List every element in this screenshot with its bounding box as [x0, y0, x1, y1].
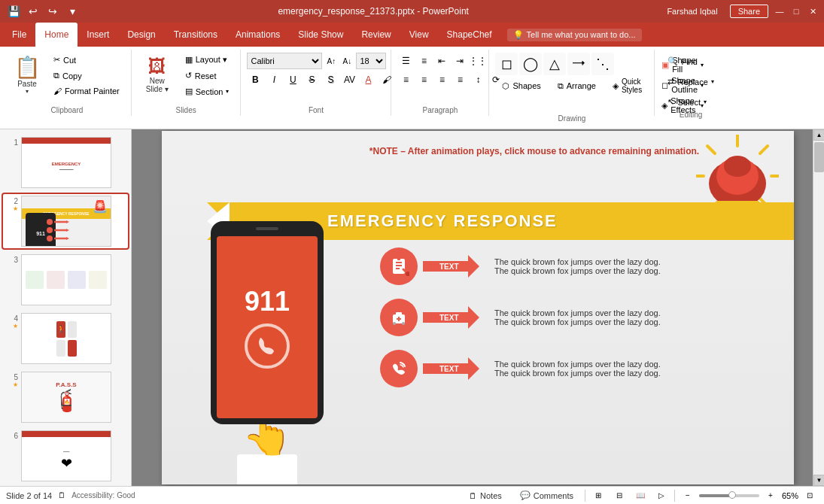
menu-transitions[interactable]: Transitions: [165, 23, 227, 47]
slideshow-button[interactable]: ▷: [653, 489, 670, 502]
section-button[interactable]: ▤ Section ▾: [180, 84, 235, 99]
slide-thumb-5[interactable]: 5 ★ P.A.S.S 🧯: [3, 370, 128, 424]
menu-review[interactable]: Review: [352, 23, 400, 47]
zoom-out-button[interactable]: −: [680, 489, 696, 502]
layout-button[interactable]: ▦ Layout ▾: [180, 53, 235, 67]
undo-icon[interactable]: ↩: [26, 4, 41, 19]
zoom-in-button[interactable]: +: [762, 489, 779, 502]
comments-button[interactable]: 💬 Comments: [513, 490, 580, 501]
shapes-gallery-item-3[interactable]: △: [543, 53, 566, 75]
svg-rect-15: [397, 257, 400, 260]
line-spacing-button[interactable]: ↕: [470, 71, 486, 88]
justify-button[interactable]: ≡: [452, 71, 468, 88]
scroll-thumb[interactable]: [814, 142, 824, 172]
share-button[interactable]: Share: [730, 5, 768, 18]
font-family-select[interactable]: Calibri: [247, 53, 322, 69]
scroll-down-button[interactable]: ▼: [813, 475, 824, 486]
menu-shapechef[interactable]: ShapeChef: [438, 23, 501, 47]
status-right: 🗒 Notes 💬 Comments ⊞ ⊟ 📖 ▷ − + 65% ⊡: [462, 489, 818, 502]
slide-panel: 1 EMERGENCY ━━━━━━━━━ 2 ★ EMERGENCY RESP…: [0, 129, 132, 486]
scroll-up-button[interactable]: ▲: [813, 129, 824, 141]
menu-home[interactable]: Home: [35, 23, 78, 47]
columns-button[interactable]: ⋮⋮: [470, 53, 486, 69]
menu-file[interactable]: File: [3, 23, 35, 47]
slide-background: *NOTE – After animation plays, click mou…: [162, 131, 794, 484]
align-left-button[interactable]: ≡: [397, 71, 414, 88]
paste-button[interactable]: 📋 Paste ▾: [9, 53, 45, 96]
menu-slideshow[interactable]: Slide Show: [289, 23, 352, 47]
svg-rect-12: [396, 262, 402, 263]
minimize-button[interactable]: —: [774, 6, 785, 17]
cut-button[interactable]: ✂ Cut: [48, 53, 125, 67]
slide-thumb-1[interactable]: 1 EMERGENCY ━━━━━━━━━: [3, 135, 128, 190]
format-painter-button[interactable]: 🖌 Format Painter: [48, 84, 125, 98]
maximize-button[interactable]: □: [791, 6, 801, 17]
info-arrow-2: TEXT: [423, 306, 479, 329]
shapes-gallery-item-4[interactable]: ⭢: [567, 53, 590, 75]
reading-view-button[interactable]: 📖: [632, 489, 649, 502]
underline-button[interactable]: U: [284, 71, 301, 88]
increase-indent-button[interactable]: ⇥: [452, 53, 468, 69]
normal-view-button[interactable]: ⊞: [590, 489, 607, 502]
customize-icon[interactable]: ▾: [65, 4, 80, 19]
zoom-slider[interactable]: [699, 494, 759, 497]
slide-thumb-4[interactable]: 4 ★ 🚶: [3, 311, 128, 366]
menu-design[interactable]: Design: [118, 23, 164, 47]
slide-thumb-3[interactable]: 3: [3, 253, 128, 307]
reset-button[interactable]: ↺ Reset: [180, 68, 235, 83]
decrease-indent-button[interactable]: ⇤: [433, 53, 450, 69]
align-right-button[interactable]: ≡: [433, 71, 450, 88]
shapes-button[interactable]: ⬡ Shapes: [495, 77, 547, 95]
fit-slide-button[interactable]: ⊡: [801, 489, 818, 502]
numbering-button[interactable]: ≡: [415, 53, 432, 69]
decrease-font-button[interactable]: A↓: [340, 54, 354, 68]
svg-line-1: [760, 146, 768, 153]
char-spacing-button[interactable]: AV: [341, 71, 357, 88]
notes-button[interactable]: 🗒 Notes: [462, 490, 509, 501]
redo-icon[interactable]: ↪: [45, 4, 60, 19]
slide-preview-2: EMERGENCY RESPONSE 911 🚨: [21, 196, 111, 247]
quick-styles-button[interactable]: ◈ QuickStyles: [606, 77, 649, 95]
find-button[interactable]: 🔍 Find: [661, 53, 704, 70]
font-color-button[interactable]: A: [360, 71, 376, 88]
replace-button[interactable]: ⇄ Replace ▾: [661, 73, 720, 90]
phone-container: 911 👆: [203, 221, 331, 484]
shapes-gallery-item-2[interactable]: ◯: [519, 53, 542, 75]
bullets-button[interactable]: ☰: [397, 53, 414, 69]
menu-animations[interactable]: Animations: [227, 23, 289, 47]
slide-thumb-6[interactable]: 6 ━━━━ ❤: [3, 429, 128, 483]
strikethrough-button[interactable]: S: [303, 71, 320, 88]
svg-rect-13: [396, 265, 402, 266]
vertical-scrollbar[interactable]: ▲ ▼: [813, 129, 824, 486]
align-center-button[interactable]: ≡: [415, 71, 432, 88]
font-size-select[interactable]: 18: [356, 53, 386, 69]
italic-button[interactable]: I: [266, 71, 282, 88]
shapes-gallery-item-1[interactable]: ◻: [495, 53, 518, 75]
tell-me-input[interactable]: 💡 Tell me what you want to do...: [507, 29, 642, 41]
copy-button[interactable]: ⧉ Copy: [48, 68, 125, 83]
divider-1: [585, 490, 585, 502]
svg-point-25: [402, 322, 405, 325]
arrange-button[interactable]: ⧉ Arrange: [551, 77, 603, 95]
menu-view[interactable]: View: [400, 23, 438, 47]
shadow-button[interactable]: S: [322, 71, 339, 88]
bold-button[interactable]: B: [247, 71, 263, 88]
new-slide-button[interactable]: 🖼 New Slide ▾: [138, 53, 177, 96]
info-text-3: The quick brown fox jumps over the lazy …: [494, 360, 661, 378]
menu-insert[interactable]: Insert: [78, 23, 118, 47]
save-icon[interactable]: 💾: [6, 4, 21, 19]
user-name: Farshad Iqbal: [667, 7, 717, 16]
slide-sorter-button[interactable]: ⊟: [611, 489, 628, 502]
slide-thumb-2[interactable]: 2 ★ EMERGENCY RESPONSE 911 🚨: [3, 194, 128, 248]
select-button[interactable]: ↖ Select ▾: [661, 93, 713, 111]
scroll-track: [813, 141, 824, 475]
canvas-area: *NOTE – After animation plays, click mou…: [132, 129, 824, 486]
slides-group: 🖼 New Slide ▾ ▦ Layout ▾ ↺ Reset ▤: [132, 50, 242, 116]
zoom-thumb[interactable]: [728, 491, 736, 499]
increase-font-button[interactable]: A↑: [324, 54, 338, 68]
shapes-gallery-item-5[interactable]: ⋱: [591, 53, 614, 75]
arrange-icon: ⧉: [558, 81, 564, 91]
info-row-1: TEXT The quick brown fox jumps over the …: [380, 247, 779, 285]
close-button[interactable]: ✕: [807, 6, 818, 17]
paste-dropdown-arrow[interactable]: ▾: [26, 88, 29, 95]
